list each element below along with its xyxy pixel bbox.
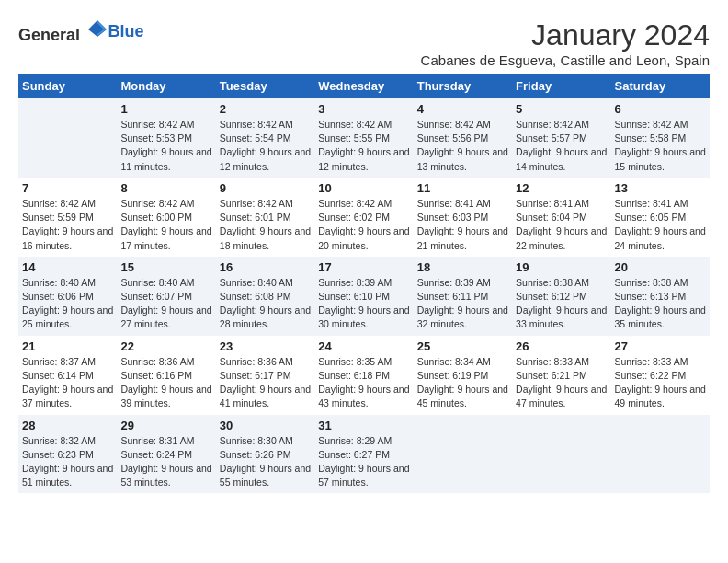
header-day-friday: Friday bbox=[512, 74, 610, 98]
calendar-cell: 5Sunrise: 8:42 AM Sunset: 5:57 PM Daylig… bbox=[512, 98, 610, 178]
day-number: 30 bbox=[220, 419, 311, 432]
day-info: Sunrise: 8:41 AM Sunset: 6:04 PM Dayligh… bbox=[516, 197, 607, 253]
day-info: Sunrise: 8:30 AM Sunset: 6:26 PM Dayligh… bbox=[220, 434, 311, 490]
day-number: 27 bbox=[615, 339, 706, 353]
day-info: Sunrise: 8:36 AM Sunset: 6:16 PM Dayligh… bbox=[120, 355, 211, 411]
calendar-cell: 25Sunrise: 8:34 AM Sunset: 6:19 PM Dayli… bbox=[414, 336, 512, 415]
day-info: Sunrise: 8:38 AM Sunset: 6:12 PM Dayligh… bbox=[516, 276, 607, 332]
day-info: Sunrise: 8:42 AM Sunset: 5:53 PM Dayligh… bbox=[120, 118, 211, 174]
day-number: 22 bbox=[120, 339, 211, 353]
day-number: 16 bbox=[220, 260, 311, 274]
day-info: Sunrise: 8:39 AM Sunset: 6:10 PM Dayligh… bbox=[318, 276, 409, 332]
calendar-cell: 1Sunrise: 8:42 AM Sunset: 5:53 PM Daylig… bbox=[117, 98, 215, 178]
calendar-cell bbox=[18, 98, 117, 178]
day-info: Sunrise: 8:41 AM Sunset: 6:05 PM Dayligh… bbox=[615, 197, 706, 253]
day-info: Sunrise: 8:36 AM Sunset: 6:17 PM Dayligh… bbox=[220, 355, 311, 411]
day-info: Sunrise: 8:42 AM Sunset: 5:55 PM Dayligh… bbox=[318, 118, 409, 174]
day-number: 13 bbox=[615, 181, 706, 195]
day-info: Sunrise: 8:42 AM Sunset: 5:57 PM Dayligh… bbox=[516, 118, 607, 174]
day-info: Sunrise: 8:40 AM Sunset: 6:07 PM Dayligh… bbox=[120, 276, 211, 332]
day-number: 5 bbox=[516, 102, 607, 116]
day-info: Sunrise: 8:35 AM Sunset: 6:18 PM Dayligh… bbox=[318, 355, 409, 411]
day-number: 14 bbox=[22, 260, 113, 274]
day-number: 26 bbox=[516, 339, 607, 353]
calendar-cell: 10Sunrise: 8:42 AM Sunset: 6:02 PM Dayli… bbox=[314, 178, 413, 257]
day-info: Sunrise: 8:42 AM Sunset: 5:59 PM Dayligh… bbox=[22, 197, 113, 253]
day-number: 31 bbox=[318, 419, 409, 432]
day-number: 10 bbox=[318, 181, 409, 195]
page-header: General Blue January 2024 Cabanes de Esg… bbox=[18, 18, 710, 68]
calendar-cell: 18Sunrise: 8:39 AM Sunset: 6:11 PM Dayli… bbox=[414, 257, 512, 336]
calendar-cell: 23Sunrise: 8:36 AM Sunset: 6:17 PM Dayli… bbox=[216, 336, 314, 415]
calendar-cell: 31Sunrise: 8:29 AM Sunset: 6:27 PM Dayli… bbox=[314, 415, 413, 494]
day-number: 18 bbox=[417, 260, 508, 274]
day-number: 8 bbox=[120, 181, 211, 195]
week-row-1: 1Sunrise: 8:42 AM Sunset: 5:53 PM Daylig… bbox=[18, 98, 710, 178]
header-day-wednesday: Wednesday bbox=[314, 74, 413, 98]
day-number: 15 bbox=[120, 260, 211, 274]
day-number: 6 bbox=[615, 102, 706, 116]
calendar-cell: 14Sunrise: 8:40 AM Sunset: 6:06 PM Dayli… bbox=[18, 257, 117, 336]
calendar-cell: 24Sunrise: 8:35 AM Sunset: 6:18 PM Dayli… bbox=[314, 336, 413, 415]
day-number: 21 bbox=[22, 339, 113, 353]
day-number: 17 bbox=[318, 260, 409, 274]
calendar-cell: 7Sunrise: 8:42 AM Sunset: 5:59 PM Daylig… bbox=[18, 178, 117, 257]
day-info: Sunrise: 8:42 AM Sunset: 6:01 PM Dayligh… bbox=[220, 197, 311, 253]
day-info: Sunrise: 8:42 AM Sunset: 6:00 PM Dayligh… bbox=[120, 197, 211, 253]
day-number: 9 bbox=[220, 181, 311, 195]
calendar-cell: 12Sunrise: 8:41 AM Sunset: 6:04 PM Dayli… bbox=[512, 178, 610, 257]
day-info: Sunrise: 8:39 AM Sunset: 6:11 PM Dayligh… bbox=[417, 276, 508, 332]
day-number: 20 bbox=[615, 260, 706, 274]
day-number: 29 bbox=[120, 419, 211, 432]
week-row-5: 28Sunrise: 8:32 AM Sunset: 6:23 PM Dayli… bbox=[18, 415, 710, 494]
calendar-cell: 15Sunrise: 8:40 AM Sunset: 6:07 PM Dayli… bbox=[117, 257, 215, 336]
calendar-cell: 8Sunrise: 8:42 AM Sunset: 6:00 PM Daylig… bbox=[117, 178, 215, 257]
header-day-thursday: Thursday bbox=[414, 74, 512, 98]
week-row-4: 21Sunrise: 8:37 AM Sunset: 6:14 PM Dayli… bbox=[18, 336, 710, 415]
header-row: SundayMondayTuesdayWednesdayThursdayFrid… bbox=[18, 74, 710, 98]
calendar-cell: 6Sunrise: 8:42 AM Sunset: 5:58 PM Daylig… bbox=[611, 98, 710, 178]
day-number: 23 bbox=[220, 339, 311, 353]
calendar-cell: 2Sunrise: 8:42 AM Sunset: 5:54 PM Daylig… bbox=[216, 98, 314, 178]
calendar-cell bbox=[512, 415, 610, 494]
day-info: Sunrise: 8:34 AM Sunset: 6:19 PM Dayligh… bbox=[417, 355, 508, 411]
day-info: Sunrise: 8:37 AM Sunset: 6:14 PM Dayligh… bbox=[22, 355, 113, 411]
logo-blue: Blue bbox=[108, 22, 144, 40]
calendar-header: SundayMondayTuesdayWednesdayThursdayFrid… bbox=[18, 74, 710, 98]
day-number: 25 bbox=[417, 339, 508, 353]
day-number: 11 bbox=[417, 181, 508, 195]
day-number: 24 bbox=[318, 339, 409, 353]
calendar-cell: 9Sunrise: 8:42 AM Sunset: 6:01 PM Daylig… bbox=[216, 178, 314, 257]
calendar-cell: 28Sunrise: 8:32 AM Sunset: 6:23 PM Dayli… bbox=[18, 415, 117, 494]
calendar-cell: 17Sunrise: 8:39 AM Sunset: 6:10 PM Dayli… bbox=[314, 257, 413, 336]
header-day-tuesday: Tuesday bbox=[216, 74, 314, 98]
day-number: 4 bbox=[417, 102, 508, 116]
day-info: Sunrise: 8:33 AM Sunset: 6:22 PM Dayligh… bbox=[615, 355, 706, 411]
logo-icon bbox=[86, 18, 108, 40]
header-day-saturday: Saturday bbox=[611, 74, 710, 98]
day-info: Sunrise: 8:33 AM Sunset: 6:21 PM Dayligh… bbox=[516, 355, 607, 411]
day-info: Sunrise: 8:32 AM Sunset: 6:23 PM Dayligh… bbox=[22, 434, 113, 490]
day-number: 19 bbox=[516, 260, 607, 274]
calendar-cell: 13Sunrise: 8:41 AM Sunset: 6:05 PM Dayli… bbox=[611, 178, 710, 257]
day-info: Sunrise: 8:40 AM Sunset: 6:06 PM Dayligh… bbox=[22, 276, 113, 332]
calendar-body: 1Sunrise: 8:42 AM Sunset: 5:53 PM Daylig… bbox=[18, 98, 710, 493]
day-number: 12 bbox=[516, 181, 607, 195]
day-number: 2 bbox=[220, 102, 311, 116]
day-number: 28 bbox=[22, 419, 113, 432]
calendar-table: SundayMondayTuesdayWednesdayThursdayFrid… bbox=[18, 74, 710, 493]
calendar-cell: 3Sunrise: 8:42 AM Sunset: 5:55 PM Daylig… bbox=[314, 98, 413, 178]
calendar-cell: 26Sunrise: 8:33 AM Sunset: 6:21 PM Dayli… bbox=[512, 336, 610, 415]
logo-general: General bbox=[18, 26, 80, 44]
calendar-cell: 20Sunrise: 8:38 AM Sunset: 6:13 PM Dayli… bbox=[611, 257, 710, 336]
day-info: Sunrise: 8:40 AM Sunset: 6:08 PM Dayligh… bbox=[220, 276, 311, 332]
calendar-cell: 4Sunrise: 8:42 AM Sunset: 5:56 PM Daylig… bbox=[414, 98, 512, 178]
day-info: Sunrise: 8:42 AM Sunset: 5:56 PM Dayligh… bbox=[417, 118, 508, 174]
day-info: Sunrise: 8:29 AM Sunset: 6:27 PM Dayligh… bbox=[318, 434, 409, 490]
day-number: 3 bbox=[318, 102, 409, 116]
day-number: 7 bbox=[22, 181, 113, 195]
month-year-title: January 2024 bbox=[421, 18, 710, 52]
calendar-cell: 11Sunrise: 8:41 AM Sunset: 6:03 PM Dayli… bbox=[414, 178, 512, 257]
header-day-sunday: Sunday bbox=[18, 74, 117, 98]
calendar-cell bbox=[611, 415, 710, 494]
